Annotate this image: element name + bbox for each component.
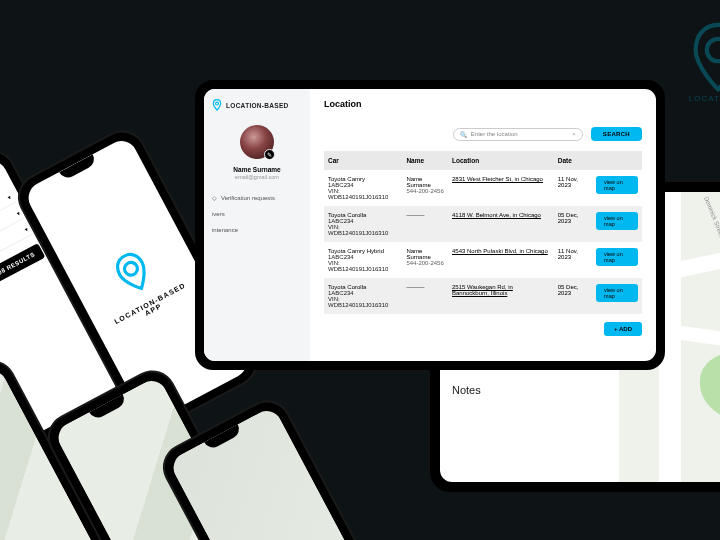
cell-name: ———: [402, 206, 448, 242]
page-title: Location: [324, 99, 642, 109]
cell-car: Toyota Corolla1ABC234VIN: WDB1240191J016…: [324, 278, 402, 314]
search-button[interactable]: SEARCH: [591, 127, 642, 141]
col-car: Car: [324, 151, 402, 170]
table-row: Toyota Camry1ABC234VIN: WDB1240191J01631…: [324, 170, 642, 206]
cell-location[interactable]: 2831 West Fletcher St, in Chicago: [448, 170, 554, 206]
pin-icon: [212, 99, 222, 111]
view-on-map-button[interactable]: view on map: [596, 212, 638, 230]
table-row: Toyota Camry Hybrid1ABC234VIN: WDB124019…: [324, 242, 642, 278]
cell-location[interactable]: 4118 W. Belmont Ave, in Chicago: [448, 206, 554, 242]
cell-car: Toyota Camry Hybrid1ABC234VIN: WDB124019…: [324, 242, 402, 278]
cell-date: 11 Nov, 2023: [554, 170, 592, 206]
add-button[interactable]: + ADD: [604, 322, 642, 336]
table-row: Toyota Corolla1ABC234VIN: WDB1240191J016…: [324, 278, 642, 314]
search-input[interactable]: 🔍 Enter the location ×: [453, 128, 583, 141]
cell-car: Toyota Corolla1ABC234VIN: WDB1240191J016…: [324, 206, 402, 242]
phone-alert: Alert You can subscribe to reports here …: [157, 395, 408, 540]
pin-icon: [109, 246, 160, 301]
cell-name: Name Surname544-200-2456: [402, 170, 448, 206]
brand: LOCATION-BASED: [212, 99, 289, 111]
check-icon: ◇: [212, 194, 217, 201]
col-location: Location: [448, 151, 554, 170]
sidebar-item-drivers[interactable]: ivers: [212, 211, 302, 217]
search-icon: 🔍: [460, 131, 467, 138]
cell-name: Name Surname544-200-2456: [402, 242, 448, 278]
cell-car: Toyota Camry1ABC234VIN: WDB1240191J01631…: [324, 170, 402, 206]
clear-search-icon[interactable]: ×: [572, 131, 576, 137]
avatar[interactable]: ✎: [240, 125, 274, 159]
cell-date: 05 Dec, 2023: [554, 206, 592, 242]
user-name: Name Surname: [233, 166, 280, 173]
background-logo: LOCATION-B: [688, 22, 720, 103]
view-on-map-button[interactable]: view on map: [596, 248, 638, 266]
cell-location[interactable]: 2515 Waukegan Rd, in Bannockburn, Illino…: [448, 278, 554, 314]
sidebar: LOCATION-BASED ✎ Name Surname email@gmai…: [204, 89, 310, 361]
map-view[interactable]: [168, 406, 397, 540]
locations-table: Car Name Location Date Toyota Camry1ABC2…: [324, 151, 642, 314]
col-date: Date: [554, 151, 592, 170]
svg-point-0: [216, 102, 219, 105]
sidebar-item-maintenance[interactable]: intenance: [212, 227, 302, 233]
col-name: Name: [402, 151, 448, 170]
cell-date: 11 Nov, 2023: [554, 242, 592, 278]
main-pane: Location 🔍 Enter the location × SEARCH C…: [310, 89, 656, 361]
cell-name: ———: [402, 278, 448, 314]
view-on-map-button[interactable]: view on map: [596, 176, 638, 194]
cell-location[interactable]: 4543 North Pulaski Blvd, in Chicago: [448, 242, 554, 278]
cell-date: 05 Dec, 2023: [554, 278, 592, 314]
table-row: Toyota Corolla1ABC234VIN: WDB1240191J016…: [324, 206, 642, 242]
notes-label: Notes: [452, 384, 607, 396]
view-on-map-button[interactable]: view on map: [596, 284, 638, 302]
park-area: g's Inns Park: [700, 352, 720, 422]
edit-avatar-icon[interactable]: ✎: [264, 149, 275, 160]
tablet-main: LOCATION-BASED ✎ Name Surname email@gmai…: [195, 80, 665, 370]
sidebar-item-verification[interactable]: ◇Verification requests: [212, 194, 302, 201]
user-email: email@gmail.com: [235, 174, 279, 180]
